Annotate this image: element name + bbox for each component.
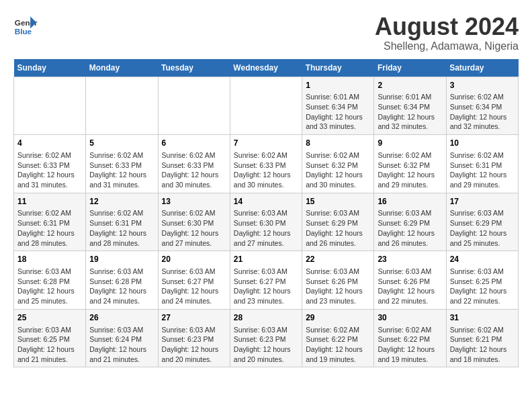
- day-number: 30: [378, 312, 442, 324]
- day-info: Sunrise: 6:03 AM Sunset: 6:26 PM Dayligh…: [378, 267, 442, 306]
- day-number: 28: [234, 312, 298, 324]
- calendar-body: 1Sunrise: 6:01 AM Sunset: 6:34 PM Daylig…: [14, 77, 519, 367]
- calendar-cell: 11Sunrise: 6:02 AM Sunset: 6:31 PM Dayli…: [14, 193, 86, 251]
- day-number: 27: [162, 312, 226, 324]
- calendar-cell: [14, 77, 86, 135]
- title-block: August 2024 Shelleng, Adamawa, Nigeria: [375, 13, 519, 52]
- day-number: 19: [89, 254, 154, 265]
- svg-text:Blue: Blue: [15, 27, 32, 36]
- day-info: Sunrise: 6:02 AM Sunset: 6:31 PM Dayligh…: [17, 208, 82, 248]
- calendar-cell: 27Sunrise: 6:03 AM Sunset: 6:23 PM Dayli…: [158, 309, 230, 367]
- calendar-title: August 2024: [375, 13, 519, 40]
- calendar-cell: [230, 77, 302, 135]
- day-info: Sunrise: 6:03 AM Sunset: 6:30 PM Dayligh…: [234, 208, 298, 248]
- day-info: Sunrise: 6:03 AM Sunset: 6:23 PM Dayligh…: [234, 325, 298, 365]
- day-number: 6: [162, 138, 226, 149]
- logo: General Blue: [13, 13, 38, 38]
- day-info: Sunrise: 6:02 AM Sunset: 6:32 PM Dayligh…: [378, 150, 442, 190]
- day-info: Sunrise: 6:03 AM Sunset: 6:29 PM Dayligh…: [306, 208, 370, 248]
- day-info: Sunrise: 6:02 AM Sunset: 6:31 PM Dayligh…: [89, 208, 154, 248]
- calendar-cell: 28Sunrise: 6:03 AM Sunset: 6:23 PM Dayli…: [230, 309, 302, 367]
- calendar-cell: 8Sunrise: 6:02 AM Sunset: 6:32 PM Daylig…: [302, 135, 374, 193]
- calendar-cell: 2Sunrise: 6:01 AM Sunset: 6:34 PM Daylig…: [374, 77, 446, 135]
- day-number: 3: [450, 80, 515, 91]
- day-number: 11: [17, 196, 82, 208]
- weekday-header-monday: Monday: [86, 59, 158, 77]
- day-info: Sunrise: 6:03 AM Sunset: 6:27 PM Dayligh…: [234, 267, 298, 306]
- day-number: 26: [89, 312, 154, 324]
- calendar-week-5: 25Sunrise: 6:03 AM Sunset: 6:25 PM Dayli…: [14, 309, 519, 367]
- calendar-cell: 21Sunrise: 6:03 AM Sunset: 6:27 PM Dayli…: [230, 251, 302, 310]
- day-info: Sunrise: 6:03 AM Sunset: 6:29 PM Dayligh…: [450, 208, 515, 248]
- day-number: 5: [89, 138, 154, 149]
- day-number: 22: [306, 254, 370, 265]
- calendar-cell: 13Sunrise: 6:02 AM Sunset: 6:30 PM Dayli…: [158, 193, 230, 251]
- day-info: Sunrise: 6:03 AM Sunset: 6:25 PM Dayligh…: [17, 325, 82, 365]
- day-number: 1: [306, 80, 370, 91]
- day-info: Sunrise: 6:02 AM Sunset: 6:30 PM Dayligh…: [162, 208, 226, 248]
- day-info: Sunrise: 6:02 AM Sunset: 6:33 PM Dayligh…: [89, 150, 154, 190]
- day-info: Sunrise: 6:03 AM Sunset: 6:27 PM Dayligh…: [162, 267, 226, 306]
- day-number: 20: [162, 254, 226, 265]
- calendar-cell: [86, 77, 158, 135]
- logo-icon: General Blue: [13, 13, 38, 38]
- day-info: Sunrise: 6:03 AM Sunset: 6:26 PM Dayligh…: [306, 267, 370, 306]
- calendar-week-4: 18Sunrise: 6:03 AM Sunset: 6:28 PM Dayli…: [14, 251, 519, 310]
- calendar-cell: 20Sunrise: 6:03 AM Sunset: 6:27 PM Dayli…: [158, 251, 230, 310]
- calendar-cell: 4Sunrise: 6:02 AM Sunset: 6:33 PM Daylig…: [14, 135, 86, 193]
- calendar-cell: 16Sunrise: 6:03 AM Sunset: 6:29 PM Dayli…: [374, 193, 446, 251]
- calendar-cell: 6Sunrise: 6:02 AM Sunset: 6:33 PM Daylig…: [158, 135, 230, 193]
- calendar-cell: 31Sunrise: 6:02 AM Sunset: 6:21 PM Dayli…: [446, 309, 518, 367]
- day-number: 12: [89, 196, 154, 208]
- day-number: 15: [306, 196, 370, 208]
- calendar-cell: 29Sunrise: 6:02 AM Sunset: 6:22 PM Dayli…: [302, 309, 374, 367]
- calendar-subtitle: Shelleng, Adamawa, Nigeria: [375, 40, 519, 52]
- day-number: 4: [17, 138, 82, 149]
- day-info: Sunrise: 6:02 AM Sunset: 6:33 PM Dayligh…: [162, 150, 226, 190]
- calendar-cell: 25Sunrise: 6:03 AM Sunset: 6:25 PM Dayli…: [14, 309, 86, 367]
- calendar-cell: 26Sunrise: 6:03 AM Sunset: 6:24 PM Dayli…: [86, 309, 158, 367]
- weekday-header-thursday: Thursday: [302, 59, 374, 77]
- day-info: Sunrise: 6:02 AM Sunset: 6:33 PM Dayligh…: [234, 150, 298, 190]
- day-number: 21: [234, 254, 298, 265]
- calendar-cell: 10Sunrise: 6:02 AM Sunset: 6:31 PM Dayli…: [446, 135, 518, 193]
- day-number: 31: [450, 312, 515, 324]
- weekday-header-saturday: Saturday: [446, 59, 518, 77]
- weekday-header-row: SundayMondayTuesdayWednesdayThursdayFrid…: [14, 59, 519, 77]
- day-number: 9: [378, 138, 442, 149]
- calendar-week-1: 1Sunrise: 6:01 AM Sunset: 6:34 PM Daylig…: [14, 77, 519, 135]
- day-number: 16: [378, 196, 442, 208]
- page-header: General Blue August 2024 Shelleng, Adama…: [13, 13, 519, 52]
- calendar-cell: 22Sunrise: 6:03 AM Sunset: 6:26 PM Dayli…: [302, 251, 374, 310]
- day-number: 7: [234, 138, 298, 149]
- day-info: Sunrise: 6:03 AM Sunset: 6:25 PM Dayligh…: [450, 267, 515, 306]
- calendar-cell: [158, 77, 230, 135]
- day-info: Sunrise: 6:02 AM Sunset: 6:32 PM Dayligh…: [306, 150, 370, 190]
- calendar-table: SundayMondayTuesdayWednesdayThursdayFrid…: [13, 59, 519, 368]
- day-number: 23: [378, 254, 442, 265]
- weekday-header-sunday: Sunday: [14, 59, 86, 77]
- calendar-cell: 9Sunrise: 6:02 AM Sunset: 6:32 PM Daylig…: [374, 135, 446, 193]
- day-info: Sunrise: 6:03 AM Sunset: 6:24 PM Dayligh…: [89, 325, 154, 365]
- weekday-header-tuesday: Tuesday: [158, 59, 230, 77]
- day-info: Sunrise: 6:02 AM Sunset: 6:22 PM Dayligh…: [378, 325, 442, 365]
- calendar-cell: 14Sunrise: 6:03 AM Sunset: 6:30 PM Dayli…: [230, 193, 302, 251]
- day-number: 25: [17, 312, 82, 324]
- day-info: Sunrise: 6:03 AM Sunset: 6:28 PM Dayligh…: [17, 267, 82, 306]
- calendar-week-3: 11Sunrise: 6:02 AM Sunset: 6:31 PM Dayli…: [14, 193, 519, 251]
- day-info: Sunrise: 6:02 AM Sunset: 6:22 PM Dayligh…: [306, 325, 370, 365]
- calendar-cell: 12Sunrise: 6:02 AM Sunset: 6:31 PM Dayli…: [86, 193, 158, 251]
- day-number: 18: [17, 254, 82, 265]
- day-number: 17: [450, 196, 515, 208]
- calendar-cell: 7Sunrise: 6:02 AM Sunset: 6:33 PM Daylig…: [230, 135, 302, 193]
- day-info: Sunrise: 6:02 AM Sunset: 6:34 PM Dayligh…: [450, 92, 515, 132]
- day-info: Sunrise: 6:01 AM Sunset: 6:34 PM Dayligh…: [306, 92, 370, 132]
- calendar-cell: 1Sunrise: 6:01 AM Sunset: 6:34 PM Daylig…: [302, 77, 374, 135]
- day-info: Sunrise: 6:02 AM Sunset: 6:31 PM Dayligh…: [450, 150, 515, 190]
- day-number: 2: [378, 80, 442, 91]
- weekday-header-wednesday: Wednesday: [230, 59, 302, 77]
- calendar-cell: 17Sunrise: 6:03 AM Sunset: 6:29 PM Dayli…: [446, 193, 518, 251]
- calendar-cell: 18Sunrise: 6:03 AM Sunset: 6:28 PM Dayli…: [14, 251, 86, 310]
- day-info: Sunrise: 6:02 AM Sunset: 6:33 PM Dayligh…: [17, 150, 82, 190]
- calendar-cell: 30Sunrise: 6:02 AM Sunset: 6:22 PM Dayli…: [374, 309, 446, 367]
